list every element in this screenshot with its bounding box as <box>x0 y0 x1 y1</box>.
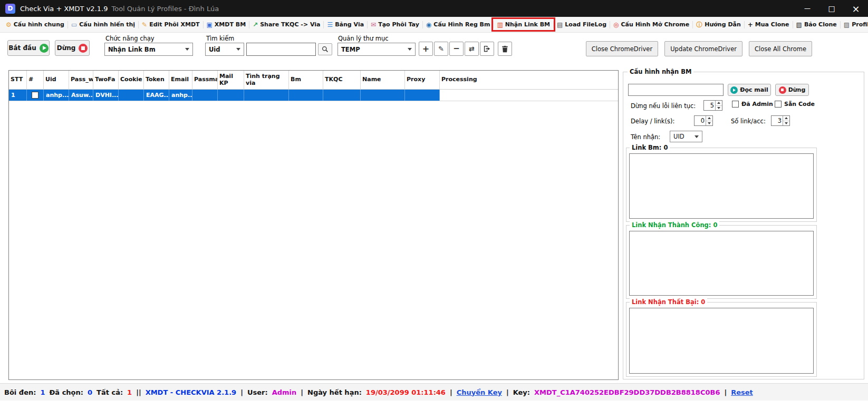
column-header-14[interactable]: Proxy <box>405 71 440 89</box>
maximize-button[interactable] <box>819 0 844 17</box>
toolbar-item-tao-phoi-tay[interactable]: ✉Tạo Phôi Tay <box>368 20 422 29</box>
stepper-down-icon[interactable] <box>716 106 722 111</box>
highlighted-count-value: 1 <box>40 388 45 396</box>
column-header-13[interactable]: Name <box>361 71 405 89</box>
column-header-6[interactable]: Token <box>144 71 169 89</box>
read-mail-icon <box>730 86 738 94</box>
link-success-list[interactable] <box>629 231 814 296</box>
column-header-1[interactable]: # <box>27 71 44 89</box>
link-bm-group: Link Bm: 0 <box>626 148 817 222</box>
stepper-arrows[interactable] <box>706 116 712 125</box>
toolbar-item-xmdt-bm[interactable]: ▣XMDT BM <box>204 20 249 29</box>
delay-value: 0 <box>695 116 706 125</box>
close-button[interactable] <box>844 0 868 17</box>
start-button[interactable]: Bắt đầu <box>7 40 50 56</box>
bm-link-input[interactable] <box>628 84 724 96</box>
folder-refresh-button[interactable] <box>465 42 479 56</box>
toolbar-item-load-filelog[interactable]: ▤Load FileLog <box>554 20 609 29</box>
stepper-arrows[interactable] <box>783 116 789 125</box>
column-header-11[interactable]: Bm <box>289 71 323 89</box>
read-mail-button[interactable]: Đọc mail <box>728 84 771 96</box>
toolbar-item-mua-clone[interactable]: +Mua Clone <box>745 20 792 29</box>
folder-export-button[interactable] <box>480 42 494 56</box>
column-header-3[interactable]: Pass_wo <box>69 71 93 89</box>
run-function-select[interactable]: Nhận Link Bm <box>104 43 193 56</box>
run-function-value: Nhận Link Bm <box>108 46 156 53</box>
via-table-icon: ☰ <box>327 22 333 28</box>
links-per-acc-label: Số link/acc: <box>731 118 766 125</box>
bm-stop-button[interactable]: Dừng <box>775 84 809 96</box>
toolbar-item-cau-hinh-reg-bm[interactable]: ◉Cấu Hình Reg Bm <box>423 20 493 29</box>
receive-name-select[interactable]: UID <box>670 131 702 142</box>
link-fail-count-label: Link Nhận Thất Bại: 0 <box>630 298 707 306</box>
folder-edit-button[interactable] <box>434 42 448 56</box>
column-header-10[interactable]: Tình trạng via <box>244 71 289 89</box>
stop-button[interactable]: Dừng <box>55 40 90 56</box>
folder-add-button[interactable] <box>419 42 433 56</box>
column-header-8[interactable]: Passma <box>192 71 218 89</box>
delay-stepper[interactable]: 0 <box>694 115 713 126</box>
da-admin-label: Đã Admin <box>741 101 773 108</box>
run-group-label: Chức năng chạy <box>105 35 155 42</box>
san-code-checkbox[interactable]: Sẵn Code <box>775 101 815 108</box>
search-input[interactable] <box>246 43 316 56</box>
folder-select[interactable]: TEMP <box>337 43 416 56</box>
column-header-9[interactable]: Mail KP <box>218 71 244 89</box>
toolbar-item-bao-clone[interactable]: ▧Bảo Clone <box>794 20 840 29</box>
checkbox-box[interactable] <box>775 101 782 108</box>
toolbar-item-cau-hinh-hien-thi[interactable]: ▭Cấu hình hiển thị <box>69 20 138 29</box>
column-header-7[interactable]: Email <box>169 71 192 89</box>
toolbar-item-huong-dan[interactable]: ⓘHướng Dẫn <box>693 20 744 29</box>
minimize-button[interactable] <box>795 0 819 17</box>
link-fail-list[interactable] <box>629 308 814 374</box>
table-row[interactable]: 1anhp...Asuw...DVHI...EAAG...anhp... <box>9 90 618 101</box>
link-success-count-label: Link Nhận Thành Công: 0 <box>630 221 719 229</box>
buy-plus-icon: + <box>748 22 753 28</box>
stop-if-error-stepper[interactable]: 5 <box>703 100 722 111</box>
edit-icon: ✎ <box>142 22 147 28</box>
stepper-up-icon[interactable] <box>706 116 712 121</box>
san-code-label: Sẵn Code <box>784 101 815 108</box>
toolbar-item-cau-hinh-mo-chrome[interactable]: ◎Cấu Hình Mở Chrome <box>611 20 692 29</box>
toolbar-separator <box>744 21 745 28</box>
column-header-12[interactable]: TKQC <box>323 71 361 89</box>
xmdt-bm-icon: ▣ <box>207 22 213 28</box>
links-per-acc-stepper[interactable]: 3 <box>771 115 790 126</box>
column-header-4[interactable]: TwoFa <box>93 71 119 89</box>
toolbar-item-profiles[interactable]: ▨Profiles <box>841 20 868 29</box>
stepper-up-icon[interactable] <box>783 116 789 121</box>
search-field-value: Uid <box>209 46 220 53</box>
stepper-down-icon[interactable] <box>706 121 712 126</box>
share-icon: ↗ <box>253 22 258 28</box>
close-chromedriver-button[interactable]: Close ChromeDriver <box>586 41 658 56</box>
toolbar-item-label: Cấu hình chung <box>14 21 64 28</box>
search-field-select[interactable]: Uid <box>205 43 244 56</box>
toolbar-item-edit-phoi-xmdt[interactable]: ✎Edit Phôi XMDT <box>139 20 202 29</box>
toolbar-item-cau-hinh-chung[interactable]: ⚙Cấu hình chung <box>3 20 67 29</box>
stop-if-error-label: Dừng nếu lỗi liên tục: <box>631 102 696 110</box>
toolbar-item-nhan-link-bm[interactable]: ▥Nhận Link BM <box>494 20 553 29</box>
column-header-0[interactable]: STT <box>9 71 27 89</box>
column-header-2[interactable]: Uid <box>44 71 69 89</box>
edit-icon <box>438 45 444 52</box>
folder-group-label: Quản lý thư mục <box>338 35 389 42</box>
change-key-link[interactable]: Chuyển Key <box>457 388 502 396</box>
close-all-chrome-button[interactable]: Close All Chrome <box>749 41 812 56</box>
da-admin-checkbox[interactable]: Đã Admin <box>732 101 773 108</box>
toolbar-item-share-tkqc-via[interactable]: ↗Share TKQC -> Via <box>250 20 323 29</box>
column-header-5[interactable]: Cookie <box>119 71 144 89</box>
stepper-up-icon[interactable] <box>716 101 722 106</box>
column-header-15[interactable]: Processing <box>440 71 618 89</box>
reset-link[interactable]: Reset <box>731 388 753 396</box>
row-checkbox[interactable] <box>32 92 38 99</box>
link-bm-list[interactable] <box>629 153 814 219</box>
stepper-down-icon[interactable] <box>783 121 789 126</box>
search-button[interactable] <box>318 43 332 55</box>
checkbox-box[interactable] <box>732 101 739 108</box>
update-chromedriver-button[interactable]: Update ChromeDriver <box>664 41 742 56</box>
read-mail-button-label: Đọc mail <box>740 86 768 93</box>
toolbar-item-bang-via[interactable]: ☰Bảng Via <box>324 20 367 29</box>
folder-remove-button[interactable] <box>449 42 464 56</box>
folder-delete-button[interactable] <box>498 42 512 56</box>
stepper-arrows[interactable] <box>715 101 722 110</box>
